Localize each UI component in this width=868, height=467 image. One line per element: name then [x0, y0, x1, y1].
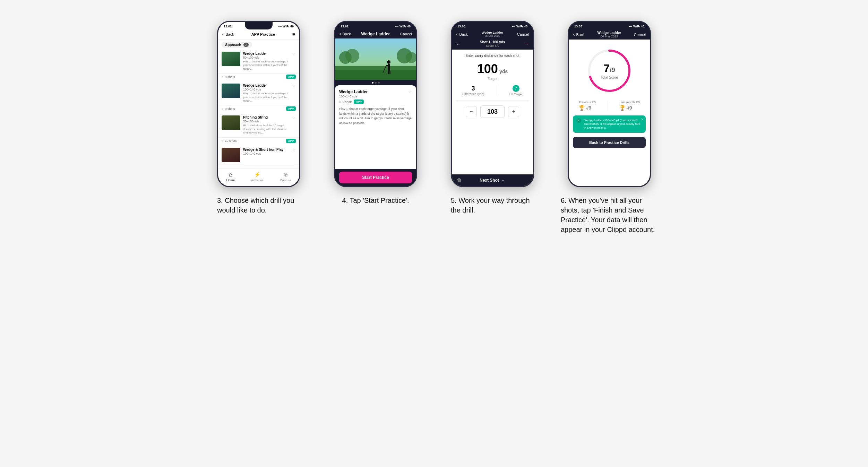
phone-notch-1	[245, 22, 273, 29]
decrement-button[interactable]: −	[466, 106, 477, 117]
drill-desc-p2: Play 1 shot at each target yardage. If y…	[339, 107, 412, 126]
star-icon-1[interactable]: ☆	[292, 52, 296, 57]
score-display: 7/9	[601, 62, 618, 75]
phone-notch-4	[595, 22, 623, 29]
prev-pb-title: Previous PB	[579, 101, 596, 104]
nav-capture[interactable]: ⊕ Capture	[280, 171, 291, 182]
phone-frame-3: 13:03 ▪▪▪ WiFi 46 < Back Wedge Ladder 06…	[451, 21, 534, 187]
capture-label: Capture	[280, 179, 291, 182]
svg-rect-7	[389, 71, 390, 74]
shot-stats: 3 Difference (yds) ✓ Hit Target	[456, 85, 529, 101]
capture-icon: ⊕	[283, 171, 288, 178]
shot-info: Shot 1, 100 yds Score 5/9	[480, 40, 505, 47]
score-denom: /9	[610, 67, 615, 73]
target-display: 100 yds	[456, 62, 529, 76]
right-arrow[interactable]: →	[524, 41, 529, 47]
back-to-drills-button[interactable]: Back to Practice Drills	[573, 137, 646, 148]
distance-input[interactable]: 103	[480, 105, 505, 118]
dot-2	[375, 82, 377, 84]
start-practice-button[interactable]: Start Practice	[339, 172, 412, 183]
drill-name-1: Wedge Ladder	[243, 52, 289, 55]
drill-item-1[interactable]: Wedge Ladder 50–100 yds Play 1 shot at e…	[218, 49, 299, 73]
drill-item-4[interactable]: Wedge & Short Iron Play 100–140 yds ☆	[218, 145, 299, 165]
caption-2: 4. Tap 'Start Practice'.	[342, 196, 409, 205]
nav-activities[interactable]: ⚡ Activities	[251, 171, 264, 182]
difference-stat: 3 Difference (yds)	[462, 85, 484, 96]
drill-item-3[interactable]: Pitching String 55–100 yds Hit 1 shot at…	[218, 113, 299, 137]
golf-scene-svg	[335, 38, 416, 80]
diff-label: Difference (yds)	[462, 92, 484, 96]
nav-sub-4: 06 Mar 2023	[597, 35, 621, 38]
trophy-icon-1: 🏆	[579, 105, 585, 111]
menu-icon-1[interactable]: ≡	[292, 32, 295, 37]
activities-label: Activities	[251, 179, 264, 182]
svg-rect-2	[335, 70, 416, 80]
last-pb-title: Last month PB	[619, 101, 640, 104]
cancel-button-2[interactable]: Cancel	[400, 32, 412, 36]
score-label-3: Score 5/9	[480, 44, 505, 47]
cancel-button-3[interactable]: Cancel	[517, 32, 529, 36]
prev-pb-val: 🏆 -/9	[579, 105, 596, 111]
back-button-2[interactable]: < Back	[339, 32, 351, 36]
hit-target-stat: ✓ Hit Target	[509, 85, 523, 96]
phone-section-2: 13:02 ▪▪▪ WiFi 46 < Back Wedge Ladder Ca…	[326, 21, 426, 234]
image-dots	[335, 80, 416, 85]
success-message: 'Wedge Ladder (100–140 yds)' was created…	[584, 118, 642, 130]
back-button-4[interactable]: < Back	[573, 33, 585, 37]
caption-3: 5. Work your way through the drill.	[451, 196, 534, 215]
time-4: 13:03	[574, 25, 582, 28]
drill-list: Wedge Ladder 50–100 yds Play 1 shot at e…	[218, 49, 299, 165]
last-pb: Last month PB 🏆 -/9	[619, 101, 640, 111]
app-badge-1: APP	[286, 75, 296, 79]
star-icon-p2[interactable]: ☆	[408, 89, 412, 94]
nav-title-4: Wedge Ladder	[597, 31, 621, 35]
drill-yds-3: 55–100 yds	[243, 120, 289, 123]
drill-desc-3: Hit 1 shot at each of the 10 target dist…	[243, 124, 289, 135]
drill-footer-2: ○ 9 shots APP	[218, 105, 299, 113]
phone-frame-2: 13:02 ▪▪▪ WiFi 46 < Back Wedge Ladder Ca…	[334, 21, 417, 187]
hit-target-icon: ✓	[513, 85, 519, 92]
signal-icon-4: ▪▪▪	[629, 25, 632, 28]
nav-home[interactable]: ⌂ Home	[226, 172, 235, 182]
drill-yds-2: 100–140 yds	[243, 88, 289, 91]
golf-image	[335, 38, 416, 80]
app-badge-3: APP	[286, 139, 296, 143]
drill-yds-p2: 100–140 yds	[339, 95, 368, 98]
activities-icon: ⚡	[254, 171, 261, 178]
drill-info-2: Wedge Ladder 100–140 yds Play 1 shot at …	[243, 84, 289, 103]
score-nav: < Back Wedge Ladder 06 Mar 2023 Cancel	[569, 29, 650, 40]
close-banner-button[interactable]: ✕	[641, 118, 644, 121]
phone-section-3: 13:03 ▪▪▪ WiFi 46 < Back Wedge Ladder 06…	[442, 21, 543, 234]
drill-info-p2: Wedge Ladder 100–140 yds ○ 9 shots APP	[339, 89, 368, 104]
star-icon-2[interactable]: ☆	[292, 84, 296, 88]
drill-thumb-2	[222, 84, 240, 98]
drill-yds-4: 100–140 yds	[243, 152, 289, 155]
back-button-1[interactable]: < Back	[222, 32, 234, 36]
left-arrow[interactable]: ←	[456, 41, 461, 47]
score-nav-center: Wedge Ladder 06 Mar 2023	[597, 31, 621, 38]
drill-item-2[interactable]: Wedge Ladder 100–140 yds Play 1 shot at …	[218, 81, 299, 105]
pb-row: Previous PB 🏆 -/9 Last month PB 🏆 -/	[573, 101, 646, 111]
dot-1	[372, 82, 373, 84]
drill-thumb-3	[222, 115, 240, 130]
wifi-icon: WiFi	[283, 25, 289, 28]
shot-nav-center: Wedge Ladder 06 Mar 2023	[482, 31, 503, 37]
signal-icon-2: ▪▪▪	[395, 25, 398, 28]
cancel-button-4[interactable]: Cancel	[634, 33, 646, 37]
svg-rect-4	[388, 64, 390, 71]
home-label: Home	[226, 179, 235, 182]
drill-name-p2: Wedge Ladder	[339, 89, 368, 94]
category-label: Approach	[225, 43, 241, 47]
next-shot-button[interactable]: 🗑 Next Shot →	[452, 174, 533, 186]
drill-info-1: Wedge Ladder 50–100 yds Play 1 shot at e…	[243, 52, 289, 71]
time-1: 13:02	[224, 25, 232, 28]
back-button-3[interactable]: < Back	[456, 32, 468, 36]
star-icon-4[interactable]: ☆	[292, 148, 296, 153]
nav-bar-2: < Back Wedge Ladder Cancel	[335, 29, 416, 38]
drill-desc-1: Play 1 shot at each target yardage. If y…	[243, 60, 289, 71]
success-check-icon: ✓	[576, 118, 581, 123]
star-icon-3[interactable]: ☆	[292, 115, 296, 120]
last-pb-number: -/9	[626, 105, 632, 111]
battery-icon-4: 46	[641, 25, 644, 28]
increment-button[interactable]: +	[508, 106, 519, 117]
